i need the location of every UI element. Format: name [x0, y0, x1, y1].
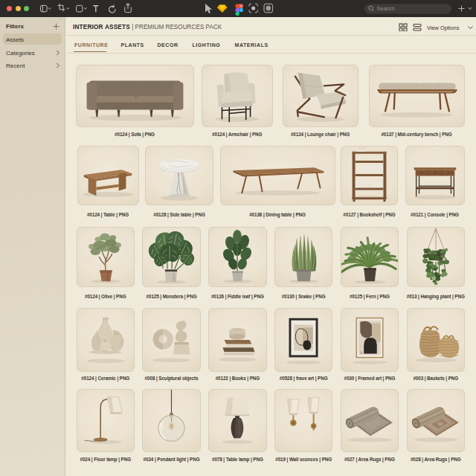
svg-text:Search: Search — [377, 5, 395, 12]
